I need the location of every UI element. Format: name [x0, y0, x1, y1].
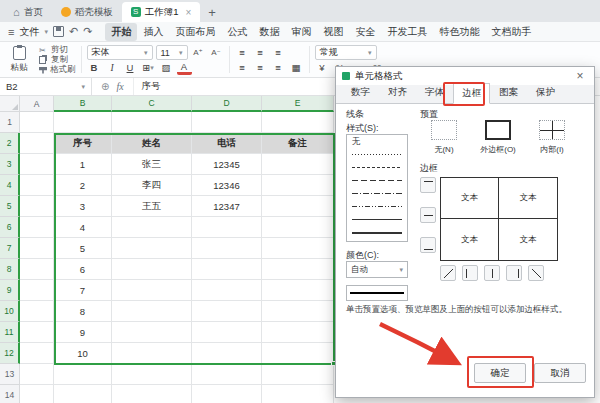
cell-A12[interactable] [20, 343, 54, 364]
increase-font-button[interactable]: A⁺ [191, 45, 206, 60]
menu-tab-special-features[interactable]: 特色功能 [433, 23, 485, 41]
cell-B4[interactable]: 2 [54, 175, 112, 196]
document-tab-docer[interactable]: 稻壳模板 [52, 2, 122, 22]
row-header-12[interactable]: 12 [0, 343, 20, 364]
cell-D5[interactable]: 12347 [192, 196, 262, 217]
cell-E9[interactable] [262, 280, 334, 301]
row-header-14[interactable]: 14 [0, 385, 20, 403]
row-header-5[interactable]: 5 [0, 196, 20, 217]
cell-C8[interactable] [112, 259, 192, 280]
currency-format-button[interactable]: ¥ [315, 60, 330, 75]
cell-C10[interactable] [112, 301, 192, 322]
border-diagonal-down-button[interactable] [440, 265, 456, 281]
cell-C4[interactable]: 李四 [112, 175, 192, 196]
close-tab-icon[interactable]: × [185, 7, 191, 18]
align-bottom-button[interactable]: ≡ [271, 45, 286, 60]
cell-D13[interactable] [192, 364, 262, 385]
bold-button[interactable]: B [87, 60, 102, 75]
border-preview[interactable]: 文本 文本 文本 文本 [440, 177, 558, 261]
number-format-select[interactable]: 常规 ▾ [315, 45, 377, 60]
row-header-8[interactable]: 8 [0, 259, 20, 280]
dialog-tab-number[interactable]: 数字 [342, 82, 379, 103]
cell-E14[interactable] [262, 385, 334, 403]
select-all-corner[interactable] [0, 96, 20, 112]
row-header-9[interactable]: 9 [0, 280, 20, 301]
column-header-b[interactable]: B [54, 96, 112, 112]
cell-A11[interactable] [20, 322, 54, 343]
cell-A10[interactable] [20, 301, 54, 322]
fill-color-button[interactable]: ▨ [159, 60, 174, 75]
cell-D14[interactable] [192, 385, 262, 403]
menu-tab-insert[interactable]: 插入 [137, 23, 169, 41]
preset-inside-button[interactable]: 内部(I) [528, 120, 576, 155]
line-style-thin[interactable] [347, 213, 407, 226]
ok-button[interactable]: 确定 [474, 363, 526, 383]
insert-function-icon[interactable]: fx [116, 81, 123, 92]
cell-D6[interactable] [192, 217, 262, 238]
align-top-button[interactable]: ≡ [235, 45, 250, 60]
cell-C5[interactable]: 王五 [112, 196, 192, 217]
paste-button[interactable]: 粘贴 [4, 44, 34, 75]
cell-B7[interactable]: 5 [54, 238, 112, 259]
cell-C12[interactable] [112, 343, 192, 364]
cell-E7[interactable] [262, 238, 334, 259]
cell-D9[interactable] [192, 280, 262, 301]
cell-A14[interactable] [20, 385, 54, 403]
line-style-none[interactable]: 无 [347, 135, 407, 148]
border-left-button[interactable] [462, 265, 478, 281]
document-tab-workbook1[interactable]: S工作簿1× [122, 2, 201, 22]
menu-tab-page-layout[interactable]: 页面布局 [169, 23, 221, 41]
cell-E3[interactable] [262, 154, 334, 175]
cell-A8[interactable] [20, 259, 54, 280]
cell-C1[interactable] [112, 112, 192, 133]
redo-icon[interactable]: ↷ [83, 26, 92, 37]
undo-icon[interactable]: ↶ [69, 26, 78, 37]
cell-B5[interactable]: 3 [54, 196, 112, 217]
cell-A5[interactable] [20, 196, 54, 217]
format-painter-button[interactable]: 格式刷 [39, 65, 76, 75]
cell-C2[interactable]: 姓名 [112, 133, 192, 154]
align-left-button[interactable]: ≡ [235, 60, 250, 75]
menu-tab-security[interactable]: 安全 [349, 23, 381, 41]
dialog-tab-border[interactable]: 边框 [453, 83, 490, 104]
menu-tab-developer[interactable]: 开发工具 [381, 23, 433, 41]
cell-B8[interactable]: 6 [54, 259, 112, 280]
border-right-button[interactable] [506, 265, 522, 281]
row-header-2[interactable]: 2 [0, 133, 20, 154]
line-style-dashed[interactable] [347, 174, 407, 187]
cell-D7[interactable] [192, 238, 262, 259]
line-style-dotted[interactable] [347, 148, 407, 161]
cell-E12[interactable] [262, 343, 334, 364]
cell-C14[interactable] [112, 385, 192, 403]
line-style-medium[interactable] [347, 226, 407, 239]
save-icon[interactable] [53, 26, 64, 37]
cell-E11[interactable] [262, 322, 334, 343]
cell-B1[interactable] [54, 112, 112, 133]
line-style-dash-dot-dot[interactable] [347, 200, 407, 213]
cell-D1[interactable] [192, 112, 262, 133]
cell-D2[interactable]: 电话 [192, 133, 262, 154]
cell-D11[interactable] [192, 322, 262, 343]
menu-tab-review[interactable]: 审阅 [285, 23, 317, 41]
cell-C9[interactable] [112, 280, 192, 301]
border-bottom-button[interactable] [420, 237, 436, 253]
cell-A2[interactable] [20, 133, 54, 154]
row-header-11[interactable]: 11 [0, 322, 20, 343]
cell-D4[interactable]: 12346 [192, 175, 262, 196]
cell-E5[interactable] [262, 196, 334, 217]
cell-B2[interactable]: 序号 [54, 133, 112, 154]
cell-A9[interactable] [20, 280, 54, 301]
row-header-4[interactable]: 4 [0, 175, 20, 196]
cell-C6[interactable] [112, 217, 192, 238]
formula-input[interactable]: 序号 [134, 80, 169, 93]
menu-tab-doc-assistant[interactable]: 文档助手 [485, 23, 537, 41]
menu-tab-view[interactable]: 视图 [317, 23, 349, 41]
align-middle-button[interactable]: ≡ [253, 45, 268, 60]
cell-D10[interactable] [192, 301, 262, 322]
cell-B3[interactable]: 1 [54, 154, 112, 175]
cell-D3[interactable]: 12345 [192, 154, 262, 175]
row-header-13[interactable]: 13 [0, 364, 20, 385]
preset-none-button[interactable]: 无(N) [420, 120, 468, 155]
cell-C3[interactable]: 张三 [112, 154, 192, 175]
dialog-tab-alignment[interactable]: 对齐 [379, 82, 416, 103]
